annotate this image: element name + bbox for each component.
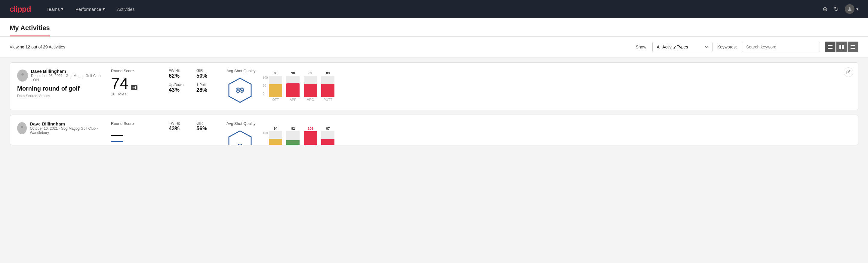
nav-performance[interactable]: Performance ▾ — [74, 0, 106, 18]
viewing-count: 12 — [26, 45, 30, 49]
ott-value: 85 — [274, 71, 277, 75]
viewing-total: 29 — [43, 45, 48, 49]
putt-label: PUTT — [323, 98, 332, 101]
activities-content: Dave Billingham December 05, 2021 · Gog … — [0, 57, 868, 155]
player-date: October 16, 2021 · Gog Magog Golf Club -… — [30, 126, 101, 135]
filter-bar: Viewing 12 out of 29 Activities Show: Al… — [0, 37, 868, 57]
svg-point-0 — [849, 7, 850, 9]
c2-app-value: 94 — [274, 127, 277, 130]
round-score-section: Round Score — — [111, 121, 159, 142]
fw-hit-value: 62% — [169, 73, 189, 79]
quality-label: Avg Shot Quality — [226, 121, 256, 126]
svg-point-14 — [21, 73, 24, 75]
updown-value: 43% — [169, 87, 189, 93]
gir-value: 50% — [196, 73, 217, 79]
activity-title: Morning round of golf — [17, 85, 101, 92]
refresh-icon[interactable]: ↻ — [834, 5, 839, 12]
score-badge: +4 — [131, 85, 138, 90]
activity-card: Dave Billingham October 16, 2021 · Gog M… — [10, 115, 858, 145]
quality-section: Avg Shot Quality ... 100 94 — [226, 121, 353, 145]
svg-rect-6 — [839, 47, 841, 49]
putt-value: 89 — [326, 71, 330, 75]
svg-rect-3 — [828, 48, 833, 49]
logo: clippd — [10, 4, 31, 14]
score-number: 74 — [111, 76, 128, 91]
stats-grid: FW Hit 43% GIR 56% — [169, 121, 217, 132]
quality-section: Avg Shot Quality 89 100 50 0 — [226, 68, 353, 104]
avatar — [845, 4, 855, 14]
svg-rect-9 — [852, 45, 856, 46]
svg-rect-12 — [850, 48, 852, 49]
app-label: APP — [290, 98, 296, 101]
c2-putt2-value: 87 — [326, 127, 330, 130]
quality-label: Avg Shot Quality — [226, 68, 256, 73]
hexagon-score: 89 — [236, 86, 244, 94]
svg-rect-2 — [828, 47, 833, 47]
svg-rect-8 — [850, 45, 852, 46]
round-score-label: Round Score — [111, 68, 159, 73]
stats-section: FW Hit 62% GIR 50% Up/Down 43% 1 Putt 28… — [169, 68, 217, 93]
oneputt-value: 28% — [196, 87, 217, 93]
score-holes: 18 Holes — [111, 92, 159, 96]
player-info-row: Dave Billingham October 16, 2021 · Gog M… — [17, 121, 101, 135]
player-info-row: Dave Billingham December 05, 2021 · Gog … — [17, 68, 101, 82]
arg-value: 89 — [309, 71, 312, 75]
player-avatar — [17, 122, 27, 134]
gir-value: 56% — [196, 125, 217, 132]
stats-section: FW Hit 43% GIR 56% — [169, 121, 217, 132]
svg-rect-7 — [842, 47, 844, 49]
shot-quality-chart: 100 50 0 85 OTT — [263, 71, 353, 101]
shot-quality-hexagon: 89 — [226, 77, 253, 104]
updown-stat: Up/Down 43% — [169, 83, 189, 93]
card-player-info: Dave Billingham December 05, 2021 · Gog … — [17, 68, 101, 98]
edit-button[interactable] — [844, 67, 853, 77]
player-date: December 05, 2021 · Gog Magog Golf Club … — [31, 74, 101, 82]
page-title: My Activities — [10, 18, 50, 36]
page-header: My Activities — [0, 18, 868, 37]
y-label-100: 100 — [263, 76, 268, 80]
gir-stat: GIR 50% — [196, 68, 217, 79]
viewing-count-text: Viewing 12 out of 29 Activities — [10, 45, 631, 49]
svg-rect-4 — [839, 45, 841, 47]
y-label-0: 0 — [263, 92, 268, 95]
svg-rect-11 — [852, 47, 856, 47]
app-value: 90 — [291, 71, 295, 75]
svg-rect-10 — [850, 47, 852, 47]
y-label-50: 50 — [263, 84, 268, 87]
nav-teams[interactable]: Teams ▾ — [45, 0, 65, 18]
activity-card: Dave Billingham December 05, 2021 · Gog … — [10, 62, 858, 110]
c2-putt-value: 106 — [308, 127, 313, 130]
navbar: clippd Teams ▾ Performance ▾ Activities … — [0, 0, 868, 18]
ott-label: OTT — [272, 98, 279, 101]
card-player-info: Dave Billingham October 16, 2021 · Gog M… — [17, 121, 101, 137]
add-icon[interactable]: ⊕ — [823, 5, 828, 12]
keywords-label: Keywords: — [717, 45, 737, 49]
view-list-dense-button[interactable] — [825, 41, 836, 52]
fw-hit-stat: FW Hit 43% — [169, 121, 189, 132]
shot-quality-hexagon: ... — [226, 129, 253, 145]
player-name: Dave Billingham — [31, 68, 101, 74]
c2-arg-value: 82 — [291, 127, 295, 130]
data-source: Data Source: Arccos — [17, 94, 101, 98]
view-list-button[interactable] — [847, 41, 858, 52]
svg-rect-1 — [828, 45, 833, 46]
svg-point-16 — [21, 126, 23, 128]
score-display: 74 +4 — [111, 76, 159, 91]
view-toggles — [825, 41, 858, 52]
nav-icons: ⊕ ↻ ▾ — [823, 4, 858, 14]
keyword-search-input[interactable] — [742, 42, 820, 52]
show-label: Show: — [636, 45, 648, 49]
fw-hit-value: 43% — [169, 125, 189, 132]
score2-bar: — — [111, 128, 123, 142]
round-score-label: Round Score — [111, 121, 159, 126]
player-name: Dave Billingham — [30, 121, 101, 126]
stats-grid: FW Hit 62% GIR 50% Up/Down 43% 1 Putt 28… — [169, 68, 217, 93]
view-grid-button[interactable] — [836, 41, 847, 52]
player-avatar — [17, 69, 28, 82]
fw-hit-stat: FW Hit 62% — [169, 68, 189, 79]
activity-type-select[interactable]: All Activity Types — [652, 42, 713, 52]
nav-activities[interactable]: Activities — [116, 0, 136, 18]
round-score-section: Round Score 74 +4 18 Holes — [111, 68, 159, 96]
svg-rect-5 — [842, 45, 844, 47]
user-menu[interactable]: ▾ — [845, 4, 858, 14]
